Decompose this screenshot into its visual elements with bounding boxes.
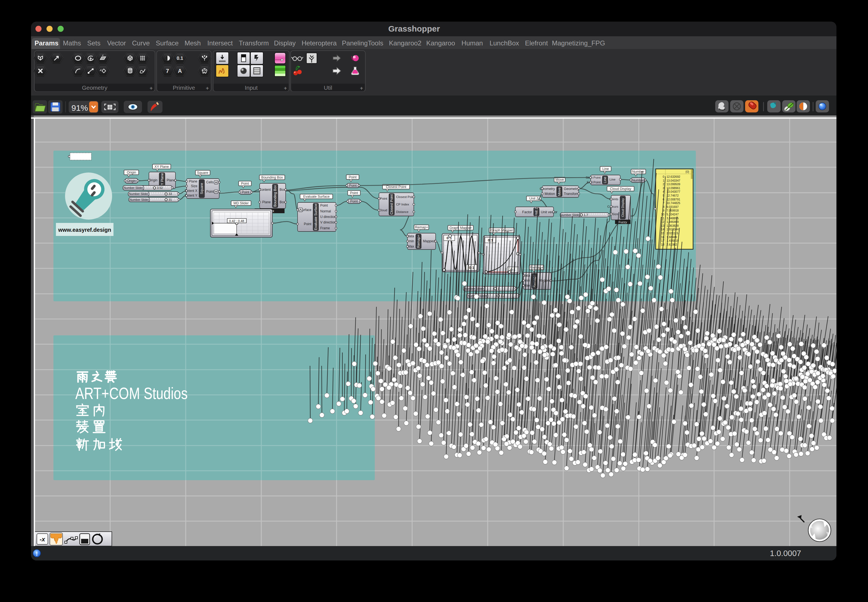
svg-text:A: A (178, 68, 182, 74)
svg-text:1.416819: 1.416819 (667, 239, 679, 242)
svg-text:13.043077: 13.043077 (667, 190, 680, 193)
svg-text:Normal: Normal (320, 209, 331, 213)
svg-text:End Point: End Point (587, 181, 601, 184)
svg-text:Point: Point (380, 197, 388, 200)
svg-text:Evaluate Surface: Evaluate Surface (303, 195, 330, 198)
svg-text:Cloud Display: Cloud Display (610, 187, 631, 191)
svg-text:Origin: Origin (127, 170, 136, 175)
svg-text:Intersect: Intersect (207, 39, 233, 47)
svg-text:Elefront: Elefront (525, 39, 548, 47)
svg-text:Remap+: Remap+ (415, 226, 428, 229)
svg-text:Human: Human (462, 39, 483, 47)
svg-text:31: 31 (169, 198, 172, 201)
svg-text:Box: Box (279, 188, 285, 192)
svg-text:Mapped: Mapped (423, 239, 435, 243)
svg-text:Point: Point (350, 191, 358, 195)
svg-text:+: + (205, 85, 209, 91)
svg-text:12.632692: 12.632692 (667, 175, 680, 178)
svg-text:Number Slider: Number Slider (129, 192, 149, 195)
svg-text:3.52: 3.52 (157, 186, 163, 189)
svg-text:V direction: V direction (320, 220, 336, 224)
svg-text:Point: Point (320, 204, 328, 207)
svg-text:33: 33 (169, 192, 172, 195)
svg-text:7.069918: 7.069918 (667, 209, 679, 212)
svg-text:Grasshopper: Grasshopper (388, 24, 440, 33)
svg-text:Point: Point (304, 222, 312, 226)
svg-text:Square: Square (197, 171, 208, 175)
svg-text:Origin: Origin (127, 179, 136, 183)
svg-text:CP Index: CP Index (396, 203, 409, 206)
svg-text:Heteroptera: Heteroptera (302, 39, 337, 47)
svg-text:Box: Box (279, 200, 285, 204)
svg-text:1.363828: 1.363828 (667, 224, 679, 227)
svg-text:Sets: Sets (87, 39, 100, 47)
svg-text:ART+COM Studios: ART+COM Studios (75, 384, 188, 402)
svg-text:1.0.0007: 1.0.0007 (770, 549, 801, 558)
svg-text:Motion: Motion (544, 192, 555, 196)
svg-text:3: 3 (663, 186, 664, 190)
svg-text:Params: Params (35, 39, 59, 47)
svg-text:-x: -x (40, 536, 45, 543)
svg-text:LunchBox: LunchBox (490, 39, 519, 47)
svg-text:Cloud: Cloud (379, 209, 387, 212)
svg-text:Evaluate Surface: Evaluate Surface (314, 204, 318, 230)
svg-text:Remap+: Remap+ (417, 235, 420, 248)
svg-text:Unit Z: Unit Z (529, 197, 538, 201)
svg-text:Square: Square (200, 183, 204, 194)
svg-text:13.098961: 13.098961 (667, 186, 680, 190)
svg-text:11: 11 (661, 217, 664, 220)
svg-text:Max: Max (524, 284, 530, 287)
svg-text:Magnetizing_FPG: Magnetizing_FPG (552, 39, 605, 47)
svg-text:91%: 91% (71, 103, 88, 112)
svg-text:Fuzzy: Fuzzy (619, 220, 627, 224)
svg-text:Unit Z: Unit Z (534, 207, 538, 217)
svg-text:XY Plane: XY Plane (155, 165, 169, 169)
svg-text:{0}: {0} (686, 170, 690, 174)
svg-text:Number Slider: Number Slider (124, 186, 143, 189)
svg-text:Closest Point: Closest Point (396, 195, 415, 198)
svg-text:!: ! (36, 550, 38, 557)
svg-text:Move: Move (557, 187, 561, 196)
svg-text:0:1: 0:1 (469, 266, 474, 270)
svg-text:13.099509: 13.099509 (667, 183, 680, 186)
svg-text:min: min (409, 239, 414, 243)
svg-text:PanelingTools: PanelingTools (342, 39, 383, 47)
svg-text:Bounding Box: Bounding Box (273, 185, 277, 207)
svg-text:Distance: Distance (396, 210, 408, 213)
svg-text:5.104247: 5.104247 (667, 213, 679, 216)
svg-text:Line: Line (602, 167, 609, 171)
svg-text:Curve: Curve (132, 39, 150, 47)
svg-text:Line: Line (609, 178, 616, 181)
svg-text:0.42 ; 0.48: 0.42 ; 0.48 (229, 219, 244, 223)
svg-text:+: + (360, 85, 363, 91)
svg-text:0.1: 0.1 (176, 56, 183, 61)
svg-text:Point: Point (241, 182, 249, 186)
svg-text:Transform: Transform (239, 39, 269, 47)
svg-text:Start Point: Start Point (586, 176, 601, 179)
svg-text:Unit vector: Unit vector (541, 210, 557, 214)
svg-text:1: 1 (663, 179, 664, 182)
svg-text:12.74672: 12.74672 (667, 194, 679, 197)
svg-text:Plane: Plane (189, 180, 197, 183)
svg-text:Transform: Transform (564, 192, 580, 196)
svg-text:Display: Display (274, 39, 296, 47)
svg-text:Point: Point (242, 190, 249, 194)
svg-text:Factor: Factor (522, 210, 532, 214)
svg-text:1.7: 1.7 (584, 213, 588, 217)
svg-text:Point: Point (349, 175, 357, 179)
svg-text:Geometry: Geometry (82, 84, 108, 91)
svg-text:Mesh: Mesh (185, 39, 201, 47)
svg-text:Point: Point (349, 184, 357, 187)
svg-text:Move: Move (555, 178, 564, 182)
svg-text:2: 2 (663, 183, 664, 186)
svg-text:9.031697: 9.031697 (667, 205, 679, 209)
svg-text:7: 7 (166, 68, 169, 74)
svg-text:Colours: Colours (607, 205, 618, 208)
svg-text:+: + (284, 85, 287, 91)
svg-text:Plane: Plane (167, 178, 175, 182)
svg-text:Frame: Frame (320, 226, 330, 230)
svg-text:+: + (149, 85, 153, 91)
svg-text:Mapped: Mapped (539, 279, 551, 283)
svg-text:Max: Max (408, 244, 414, 249)
svg-text:MD Slider: MD Slider (234, 201, 249, 205)
